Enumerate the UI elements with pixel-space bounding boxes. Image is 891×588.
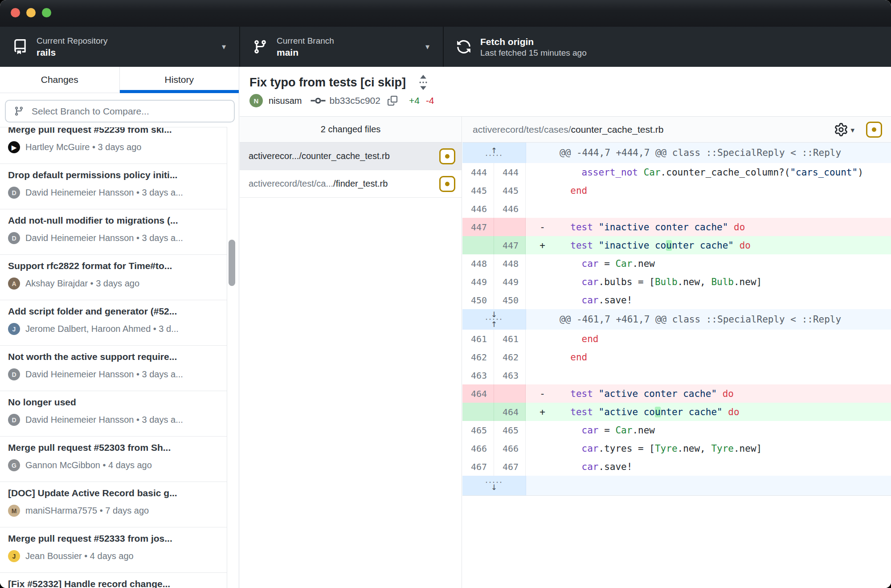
- commit-list-item[interactable]: Add script folder and generator (#52...J…: [0, 300, 227, 346]
- changed-file-row[interactable]: activerecor.../counter_cache_test.rb: [240, 143, 462, 170]
- commit-list-item[interactable]: Add not-null modifier to migrations (...…: [0, 209, 227, 255]
- current-branch-button[interactable]: Current Branch main ▾: [239, 27, 443, 67]
- gear-icon[interactable]: [834, 123, 848, 136]
- commit-item-byline: maniSHarma7575 • 7 days ago: [25, 506, 149, 516]
- diff-line-context: 463463: [462, 366, 891, 384]
- old-line-number: 450: [462, 291, 494, 309]
- code-line: end: [559, 330, 891, 348]
- tab-changes[interactable]: Changes: [0, 67, 120, 93]
- old-line-number: 445: [462, 181, 494, 200]
- sidebar-scrollbar: [227, 127, 239, 588]
- close-button[interactable]: [11, 8, 20, 17]
- diff-line-context: 444444 assert_not Car.counter_cache_colu…: [462, 163, 891, 181]
- code-line: car.tyres = [Tyre.new, Tyre.new]: [559, 439, 891, 457]
- old-line-number: 463: [462, 366, 494, 384]
- changed-files-header: 2 changed files: [240, 117, 462, 143]
- hunk-gutter: ↓·····↑: [462, 309, 526, 330]
- file-path: activerecor.../counter_cache_test.rb: [249, 151, 434, 161]
- commit-list-item[interactable]: Merge pull request #52303 from Sh...GGan…: [0, 437, 227, 482]
- commit-item-title: Merge pull request #52303 from Sh...: [8, 442, 220, 453]
- new-line-number: 448: [494, 254, 526, 273]
- old-line-number: 466: [462, 439, 494, 457]
- titlebar: [0, 0, 891, 27]
- current-repository-button[interactable]: Current Repository rails ▾: [0, 27, 239, 67]
- diff-file-header: activerecord/test/cases/counter_cache_te…: [462, 117, 891, 143]
- expand-hunk-button[interactable]: ↑·····: [485, 148, 503, 158]
- new-line-number: 450: [494, 291, 526, 309]
- new-line-number: 449: [494, 273, 526, 291]
- diff-sign: [526, 200, 559, 218]
- commit-list-item[interactable]: Support rfc2822 format for Time#to...AAk…: [0, 255, 227, 300]
- commit-list-item[interactable]: [DOC] Update Active Record basic g...Mma…: [0, 482, 227, 527]
- commit-list-item[interactable]: Merge pull request #52239 from ski...▶Ha…: [0, 127, 227, 164]
- diff-sign: [526, 163, 559, 181]
- new-line-number: 461: [494, 330, 526, 348]
- diff-sign: [526, 366, 559, 384]
- minimize-button[interactable]: [26, 8, 36, 17]
- commit-item-title: Merge pull request #52333 from jos...: [8, 533, 220, 544]
- modified-file-icon: [439, 176, 455, 192]
- new-line-number: 463: [494, 366, 526, 384]
- diff-sign: -: [526, 218, 559, 236]
- changed-file-row[interactable]: activerecord/test/ca.../finder_test.rb: [240, 170, 462, 198]
- scrollbar-thumb[interactable]: [229, 240, 235, 286]
- new-line-number: 444: [494, 163, 526, 181]
- new-line-number: 445: [494, 181, 526, 200]
- old-line-number: 448: [462, 254, 494, 273]
- expand-hunk-button[interactable]: ↓·····↑: [485, 312, 503, 327]
- diff-line-context: 461461 end: [462, 330, 891, 348]
- commit-item-meta: JJean Boussier • 4 days ago: [8, 550, 220, 562]
- modified-file-icon: [439, 148, 455, 164]
- code-line: test "active conter cache" do: [559, 384, 891, 403]
- new-line-number: 447: [494, 236, 526, 254]
- select-branch-to-compare-input[interactable]: [5, 100, 235, 122]
- diff-sign: [526, 457, 559, 476]
- diff-sign: -: [526, 384, 559, 403]
- expand-commit-icon[interactable]: [417, 75, 430, 90]
- commit-item-meta: DDavid Heinemeier Hansson • 3 days a...: [8, 414, 220, 426]
- code-line: car = Car.new: [559, 421, 891, 439]
- old-line-number: 447: [462, 218, 494, 236]
- commit-item-title: Add script folder and generator (#52...: [8, 306, 220, 317]
- avatar: D: [8, 232, 20, 244]
- zoom-button[interactable]: [42, 8, 51, 17]
- current-branch-label: Current Branch: [277, 36, 334, 46]
- code-line: assert_not Car.counter_cache_column?("ca…: [559, 163, 891, 181]
- commit-item-title: Not worth the active support require...: [8, 351, 220, 363]
- main-panel: Fix typo from tests [ci skip] N nisusam …: [240, 67, 891, 588]
- commit-item-title: No longer used: [8, 396, 220, 408]
- commit-item-byline: Akshay Birajdar • 3 days ago: [25, 278, 139, 289]
- copy-icon[interactable]: [388, 95, 397, 106]
- diff-sign: [526, 421, 559, 439]
- code-line: end: [559, 181, 891, 200]
- commit-list-item[interactable]: Not worth the active support require...D…: [0, 346, 227, 391]
- fetch-origin-button[interactable]: Fetch origin Last fetched 15 minutes ago: [443, 27, 650, 67]
- old-line-number: 464: [462, 384, 494, 403]
- hunk-header-text: @@ -461,7 +461,7 @@ class ::SpecialReply…: [526, 309, 891, 330]
- diff-sign: +: [526, 236, 559, 254]
- fetch-origin-sub: Last fetched 15 minutes ago: [480, 48, 587, 58]
- commit-list-item[interactable]: Merge pull request #52333 from jos...JJe…: [0, 527, 227, 573]
- code-line: car.save!: [559, 291, 891, 309]
- commit-item-title: Add not-null modifier to migrations (...: [8, 215, 220, 226]
- avatar: J: [8, 323, 20, 335]
- commit-item-byline: Gannon McGibbon • 4 days ago: [25, 460, 152, 470]
- commit-item-byline: Jean Boussier • 4 days ago: [25, 551, 134, 561]
- avatar: M: [8, 505, 20, 517]
- code-line: test "inactive conter cache" do: [559, 218, 891, 236]
- commit-item-byline: David Heinemeier Hansson • 3 days a...: [25, 415, 183, 425]
- commit-list-item[interactable]: [Fix #52332] Handle record change...: [0, 573, 227, 588]
- avatar: G: [8, 459, 20, 471]
- old-line-number: [462, 403, 494, 421]
- tab-history[interactable]: History: [120, 67, 239, 93]
- diff-sign: +: [526, 403, 559, 421]
- code-line: test "inactive counter cache" do: [559, 236, 891, 254]
- expand-hunk-button[interactable]: ·····↓: [485, 481, 503, 490]
- fetch-origin-label: Fetch origin: [480, 36, 587, 48]
- avatar: D: [8, 414, 20, 426]
- commit-list-item[interactable]: No longer usedDDavid Heinemeier Hansson …: [0, 391, 227, 437]
- commit-list-item[interactable]: Drop default permissions policy initi...…: [0, 164, 227, 209]
- commit-author: nisusam: [269, 96, 302, 106]
- changed-files-panel: 2 changed files activerecor.../counter_c…: [240, 117, 462, 588]
- diff-line-context: 465465 car = Car.new: [462, 421, 891, 439]
